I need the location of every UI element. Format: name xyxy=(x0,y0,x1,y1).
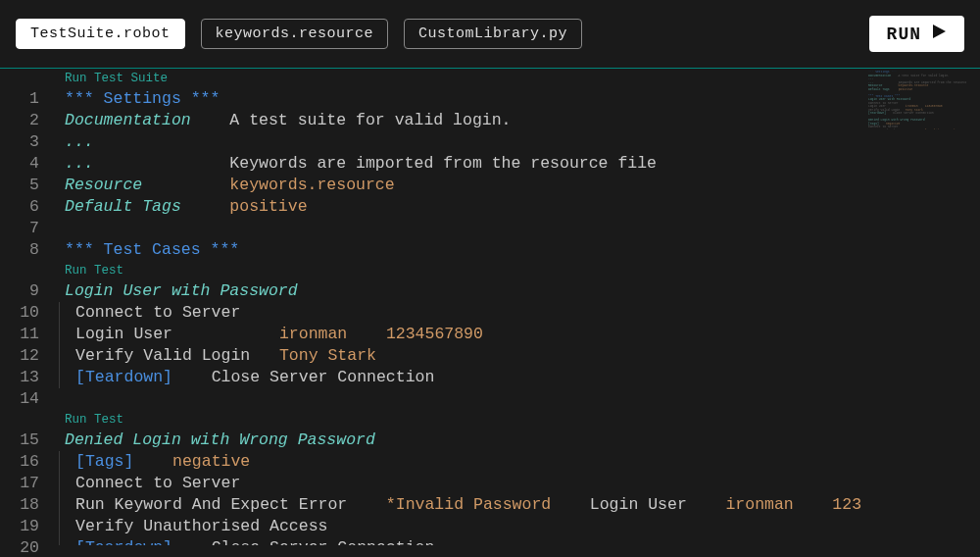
code-line[interactable]: [Teardown] Close Server Connection xyxy=(51,537,980,545)
code-line[interactable]: Default Tags positive xyxy=(51,196,980,218)
codelens-run-test[interactable]: Run Test xyxy=(51,261,980,280)
run-button[interactable]: RUN xyxy=(869,16,964,52)
line-number: 5 xyxy=(0,175,39,196)
line-number: 4 xyxy=(0,153,39,175)
codelens-run-suite[interactable]: Run Test Suite xyxy=(51,69,980,88)
line-gutter: 1234567891011121314151617181920 xyxy=(0,69,47,545)
code-area[interactable]: Run Test Suite*** Settings ***Documentat… xyxy=(47,69,980,545)
run-label: RUN xyxy=(887,25,921,44)
line-number: 9 xyxy=(0,280,39,302)
code-line[interactable]: [Tags] negative xyxy=(51,451,980,473)
code-line[interactable]: Denied Login with Wrong Password xyxy=(51,430,980,451)
line-number: 15 xyxy=(0,430,39,451)
file-tab-2[interactable]: CustomLibrary.py xyxy=(404,19,582,49)
play-icon xyxy=(931,24,947,44)
file-tabs: TestSuite.robotkeywords.resourceCustomLi… xyxy=(16,19,582,49)
codelens-run-test[interactable]: Run Test xyxy=(51,410,980,430)
line-number: 17 xyxy=(0,473,39,494)
line-number: 20 xyxy=(0,537,39,545)
code-line[interactable]: Documentation A test suite for valid log… xyxy=(51,110,980,131)
line-number: 3 xyxy=(0,131,39,153)
line-number: 7 xyxy=(0,218,39,239)
line-number: 6 xyxy=(0,196,39,218)
code-line[interactable]: Login User with Password xyxy=(51,280,980,302)
code-editor[interactable]: 1234567891011121314151617181920 Run Test… xyxy=(0,69,980,545)
code-line[interactable]: Resource keywords.resource xyxy=(51,175,980,196)
code-line[interactable]: Connect to Server xyxy=(51,302,980,324)
line-number: 8 xyxy=(0,239,39,261)
code-line[interactable]: Login User ironman 1234567890 xyxy=(51,324,980,345)
code-line[interactable]: ... Keywords are imported from the resou… xyxy=(51,153,980,175)
code-line[interactable]: Connect to Server xyxy=(51,473,980,494)
code-line[interactable]: *** Settings *** xyxy=(51,88,980,110)
file-tab-0[interactable]: TestSuite.robot xyxy=(16,19,185,49)
code-line[interactable]: Verify Unauthorised Access xyxy=(51,516,980,537)
line-number: 16 xyxy=(0,451,39,473)
topbar: TestSuite.robotkeywords.resourceCustomLi… xyxy=(0,0,980,69)
file-tab-1[interactable]: keywords.resource xyxy=(201,19,389,49)
line-number: 14 xyxy=(0,388,39,410)
code-line[interactable]: ... xyxy=(51,131,980,153)
code-line[interactable] xyxy=(51,218,980,239)
code-line[interactable]: *** Test Cases *** xyxy=(51,239,980,261)
line-number: 1 xyxy=(0,88,39,110)
code-line[interactable]: Verify Valid Login Tony Stark xyxy=(51,345,980,367)
code-line[interactable] xyxy=(51,388,980,410)
line-number: 13 xyxy=(0,367,39,388)
line-number: 11 xyxy=(0,324,39,345)
line-number: 10 xyxy=(0,302,39,324)
line-number: 12 xyxy=(0,345,39,367)
line-number: 2 xyxy=(0,110,39,131)
line-number: 18 xyxy=(0,494,39,516)
svg-marker-0 xyxy=(933,25,946,38)
code-line[interactable]: Run Keyword And Expect Error *Invalid Pa… xyxy=(51,494,980,516)
code-line[interactable]: [Teardown] Close Server Connection xyxy=(51,367,980,388)
line-number: 19 xyxy=(0,516,39,537)
